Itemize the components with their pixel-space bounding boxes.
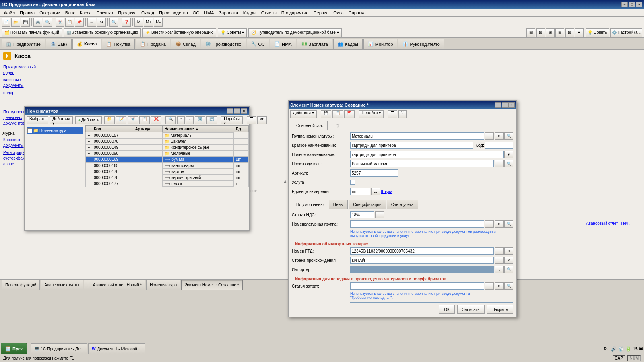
toolbar-preview[interactable]: 🔍 <box>43 18 52 27</box>
tab-osnovnoy[interactable]: Основной скл. <box>292 121 328 130</box>
start-button[interactable]: 🪟 Пуск <box>1 343 27 354</box>
tb-icon-5[interactable]: ❌ <box>151 116 161 124</box>
right-icon-5[interactable]: ⊞ <box>565 28 574 37</box>
nomen-maximize[interactable]: □ <box>234 108 240 114</box>
tab-prices[interactable]: Цены <box>329 200 348 209</box>
right-icon-1[interactable]: ⊞ <box>526 28 535 37</box>
toolbar-save[interactable]: 💾 <box>21 18 30 27</box>
menu-item-продажа[interactable]: Продажа <box>116 10 139 16</box>
taskwin-btn-4[interactable]: Элемент Номе...: Создание * <box>181 280 242 290</box>
tb-icon-1[interactable]: 📁 <box>104 116 115 124</box>
group-btn-search[interactable]: 🔍 <box>504 132 513 140</box>
menu-item-склад[interactable]: Склад <box>139 10 157 16</box>
nomgroup-btn-search[interactable]: 🔍 <box>504 220 513 228</box>
tab-монитор[interactable]: 📊Монитор <box>363 39 398 49</box>
importer-input[interactable] <box>350 266 494 273</box>
tips-btn[interactable]: 💡 Советы ▾ <box>218 28 247 37</box>
right-icon-3[interactable]: ⊞ <box>546 28 555 37</box>
tab-продажа[interactable]: 📋Продажа <box>136 39 170 49</box>
tab-default[interactable]: По умолчанию <box>292 200 328 209</box>
taskbar-btn-1c[interactable]: 🖥️ 1С:Предприятие - Де... <box>31 343 87 354</box>
country-input[interactable] <box>350 257 494 264</box>
select-btn[interactable]: Выбрать <box>27 116 48 124</box>
kod-input[interactable] <box>485 142 513 149</box>
table-row[interactable]: 00000000170 ⟹ картон шт <box>86 169 249 175</box>
table-row[interactable]: + 00000000098 📁 Молочные <box>86 150 249 156</box>
expense-btn-x[interactable]: × <box>495 282 504 290</box>
table-row[interactable]: 00000000165 ⟹ канцтовары шт <box>86 162 249 169</box>
right-icon-2[interactable]: ⊞ <box>536 28 545 37</box>
question-icon[interactable]: ? <box>336 123 340 130</box>
manufacturer-btn-search[interactable]: 🔍 <box>504 160 513 167</box>
left-item-order[interactable]: ордер <box>2 89 42 97</box>
elem-help-icon[interactable]: ? <box>398 110 407 118</box>
toolbar-redo[interactable]: ↪ <box>97 18 106 27</box>
settings-btn[interactable]: ⚙️ Настройка... <box>610 28 642 37</box>
tab-зарплата[interactable]: 💵Зарплата <box>297 39 332 49</box>
guide-btn[interactable]: 🧭 Путеводитель по демонстрационной базе … <box>248 28 341 37</box>
fullname-btn-dropdown[interactable]: ▼ <box>504 151 513 158</box>
toolbar-m-plus[interactable]: M+ <box>144 18 153 27</box>
maximize-button[interactable]: □ <box>629 2 635 7</box>
table-row[interactable]: 00000000178 ⟹ кирпич красный шт <box>86 175 249 181</box>
menu-item-операции[interactable]: Операции <box>37 10 62 16</box>
menu-item-правка[interactable]: Правка <box>17 10 37 16</box>
manufacturer-btn-ellipsis[interactable]: ... <box>495 160 504 167</box>
menu-item-окна[interactable]: Окна <box>331 10 346 16</box>
unit-link[interactable]: Штука <box>381 189 392 194</box>
nomgroup-btn-ellipsis[interactable]: ... <box>485 220 494 228</box>
expense-btn-ellipsis[interactable]: ... <box>485 282 494 290</box>
taskwin-btn-0[interactable]: Панель функций <box>2 280 40 290</box>
menu-item-справка[interactable]: Справка <box>346 10 368 16</box>
unit-btn-ellipsis[interactable]: ... <box>371 188 380 195</box>
elem-goto-btn[interactable]: Перейти ▾ <box>359 110 384 118</box>
tab-банк[interactable]: 🏦Банк <box>46 39 72 49</box>
settings-icon[interactable]: ≫ <box>257 116 267 124</box>
expense-btn-search[interactable]: 🔍 <box>504 282 513 290</box>
tb-icon-6[interactable]: 🔍 <box>165 116 176 124</box>
taskbar-btn-word[interactable]: W Документ1 - Microsoft ... <box>88 343 145 354</box>
tab-покупка[interactable]: 📋Покупка <box>102 39 135 49</box>
tab-производство[interactable]: ⚙️Производство <box>201 39 246 49</box>
enter-op-btn[interactable]: ⚡ Ввести хозяйственную операцию <box>142 28 216 37</box>
right-icon-4[interactable]: ⊞ <box>555 28 564 37</box>
table-row[interactable]: + 00000000157 📁 Материалы <box>86 132 249 139</box>
taskwin-btn-3[interactable]: Номенклатура <box>146 280 180 290</box>
tab-нма[interactable]: 📄НМА <box>270 39 296 49</box>
menu-item-банк[interactable]: Банк <box>63 10 77 16</box>
tab-предприятие[interactable]: 🏢Предприятие <box>2 39 45 49</box>
toolbar-cut[interactable]: ✂️ <box>56 18 64 27</box>
elem-copy-icon[interactable]: 📋 <box>332 110 343 118</box>
col-name[interactable]: Наименование ▲ <box>163 126 234 132</box>
gtd-input[interactable] <box>350 247 494 255</box>
expense-input[interactable] <box>350 282 484 290</box>
elem-list-icon[interactable]: ☰ <box>388 110 397 118</box>
minimize-button[interactable]: − <box>621 2 628 7</box>
elem-maximize[interactable]: □ <box>502 102 508 108</box>
col-artikul[interactable]: Артикул <box>133 126 163 132</box>
importer-btn-ellipsis[interactable]: ... <box>495 266 504 273</box>
menu-item-производство[interactable]: Производство <box>157 10 190 16</box>
group-input[interactable] <box>350 132 484 140</box>
group-btn-ellipsis[interactable]: ... <box>485 132 494 140</box>
menu-item-кадры[interactable]: Кадры <box>241 10 259 16</box>
unit-input[interactable] <box>350 188 370 195</box>
elem-actions-btn[interactable]: Действия ▾ <box>290 110 317 118</box>
elem-minimize[interactable]: − <box>495 102 501 108</box>
menu-item-покупка[interactable]: Покупка <box>94 10 116 16</box>
tab-accounts[interactable]: Счета учета <box>387 200 418 209</box>
add-btn[interactable]: + Добавить <box>75 116 102 124</box>
menu-item-отчеты[interactable]: Отчеты <box>259 10 279 16</box>
toolbar-copy[interactable]: 📋 <box>65 18 74 27</box>
close-button[interactable]: × <box>636 2 642 7</box>
tb-icon-9[interactable]: ⚙️ <box>195 116 205 124</box>
table-row[interactable]: + 00000000149 📁 Кондитерское сырьё <box>86 144 249 150</box>
col-ed[interactable]: Ед. <box>234 126 248 132</box>
set-org-btn[interactable]: 🏢 Установить основную организацию <box>64 28 141 37</box>
menu-item-зарплата[interactable]: Зарплата <box>217 10 241 16</box>
tips-right-btn[interactable]: 💡 Советы <box>586 28 609 37</box>
table-row[interactable]: + 00000000078 📁 Бакалея <box>86 138 249 144</box>
actions-btn[interactable]: Действия ▾ <box>50 116 73 124</box>
tab-касса[interactable]: 💰Касса <box>72 39 101 49</box>
tab-кадры[interactable]: 👥Кадры <box>333 39 363 49</box>
